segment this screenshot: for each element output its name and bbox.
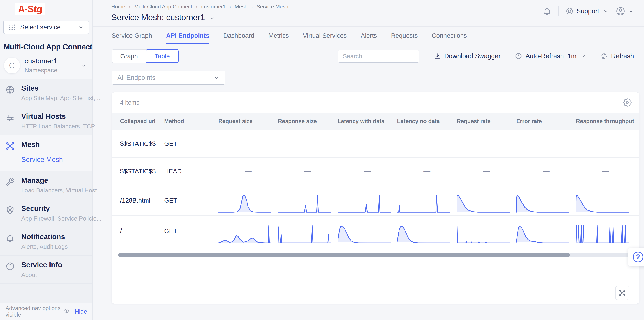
question-mark-icon: ? [633, 252, 643, 262]
breadcrumb-item-home[interactable]: Home [111, 4, 125, 10]
endpoint-filter-dropdown[interactable]: All Endpoints [112, 70, 226, 85]
sidebar: A-Stg Select service Multi-Cloud App Con… [0, 0, 93, 320]
search-input[interactable] [338, 50, 419, 63]
page-header: Home›Multi-Cloud App Connect›customer1›M… [93, 0, 644, 26]
column-header-response-size[interactable]: Response size [278, 113, 338, 130]
cell-collapsed-url: / [112, 227, 164, 235]
auto-refresh-dropdown[interactable]: Auto-Refresh: 1m [515, 52, 586, 60]
breadcrumb-item-customer1[interactable]: customer1 [201, 4, 226, 10]
sidebar-item-security[interactable]: SecurityApp Firewall, Service Policie... [0, 199, 92, 227]
breadcrumb-item-service-mesh[interactable]: Service Mesh [256, 4, 288, 10]
column-header-request-size[interactable]: Request size [218, 113, 278, 130]
shield-icon [6, 205, 15, 215]
view-toggle-table[interactable]: Table [146, 49, 178, 63]
sidebar-item-service-info[interactable]: Service InfoAbout [0, 255, 92, 283]
tab-virtual-services[interactable]: Virtual Services [303, 32, 347, 44]
sidebar-item-sites[interactable]: SitesApp Site Map, App Site List, ... [0, 78, 92, 107]
sidebar-item-texts: Service InfoAbout [21, 261, 62, 278]
table-row[interactable]: /128B.htmlGET [112, 185, 639, 216]
main-area: Home›Multi-Cloud App Connect›customer1›M… [93, 0, 644, 320]
refresh-button[interactable]: Refresh [600, 52, 634, 60]
cell-request-rate: — [457, 158, 516, 185]
help-button[interactable]: ? [628, 248, 644, 266]
cell-request-size [218, 216, 278, 246]
sparkline-error-rate [516, 225, 570, 244]
gear-icon[interactable] [623, 98, 632, 107]
sidebar-item-title: Service Info [21, 261, 62, 269]
tab-api-endpoints[interactable]: API Endpoints [166, 32, 209, 44]
page-title-row: Service Mesh: customer1 [111, 12, 543, 22]
sparkline-latency-with-data [338, 194, 391, 213]
sidebar-item-virtual-hosts[interactable]: Virtual HostsHTTP Load Balancers, TCP ..… [0, 107, 92, 135]
sparkline-latency-no-data [397, 194, 450, 213]
sidebar-footer: Advanced nav options visible Hide [0, 303, 92, 320]
tab-service-graph[interactable]: Service Graph [112, 32, 152, 44]
endpoint-filter-label: All Endpoints [118, 74, 213, 81]
tab-requests[interactable]: Requests [391, 32, 418, 44]
cell-request-rate: — [457, 130, 516, 157]
support-menu[interactable]: Support [566, 7, 608, 15]
cell-latency-with-data [338, 216, 397, 246]
empty-value: — [364, 140, 371, 148]
hide-nav-link[interactable]: Hide [75, 308, 87, 315]
view-toggle-graph[interactable]: Graph [112, 50, 146, 63]
tab-alerts[interactable]: Alerts [361, 32, 377, 44]
notifications-bell-icon[interactable] [543, 7, 552, 15]
column-header-request-rate[interactable]: Request rate [457, 113, 516, 130]
tab-dashboard[interactable]: Dashboard [224, 32, 254, 44]
breadcrumb-item-multi-cloud-app-connect[interactable]: Multi-Cloud App Connect [134, 4, 192, 10]
sidebar-item-mesh[interactable]: MeshService Mesh [0, 135, 92, 171]
column-header-collapsed-url[interactable]: Collapsed url [112, 113, 164, 130]
account-menu[interactable] [616, 6, 634, 16]
cell-response-size: — [278, 158, 338, 185]
download-icon [434, 52, 441, 60]
brand-logo: A-Stg [15, 3, 45, 15]
column-header-latency-with-data[interactable]: Latency with data [338, 113, 397, 130]
empty-value: — [602, 167, 609, 175]
empty-value: — [245, 140, 252, 148]
sidebar-item-manage[interactable]: ManageLoad Balancers, Virtual Host... [0, 171, 92, 199]
download-swagger-label: Download Swagger [444, 52, 500, 60]
fullscreen-mesh-button[interactable] [615, 286, 629, 300]
cell-response-size [278, 185, 338, 216]
refresh-label: Refresh [611, 52, 634, 60]
sparkline-latency-with-data [338, 225, 391, 244]
sparkline-request-rate [457, 194, 510, 213]
tab-metrics[interactable]: Metrics [268, 32, 289, 44]
tab-connections[interactable]: Connections [432, 32, 467, 44]
page-title: Service Mesh: customer1 [111, 12, 205, 22]
column-header-response-throughput[interactable]: Response throughput [576, 113, 636, 130]
sparkline-latency-no-data [397, 225, 450, 244]
wrench-icon [6, 177, 15, 187]
cell-collapsed-url: $$STATIC$$ [112, 140, 164, 147]
title-chevron-down-icon[interactable] [209, 15, 216, 21]
cell-latency-with-data [338, 185, 397, 216]
table-row[interactable]: /GET [112, 216, 639, 246]
namespace-name: customer1 [24, 57, 76, 65]
sidebar-item-texts: NotificationsAlerts, Audit Logs [21, 233, 68, 250]
support-label: Support [576, 7, 599, 15]
cell-collapsed-url: $$STATIC$$ [112, 168, 164, 175]
horizontal-scrollbar[interactable] [118, 253, 632, 257]
sidebar-item-texts: ManageLoad Balancers, Virtual Host... [21, 176, 102, 194]
table-row[interactable]: $$STATIC$$GET——————— [112, 130, 639, 157]
advanced-nav-text: Advanced nav options visible [6, 305, 61, 318]
cell-response-throughput [576, 216, 636, 246]
namespace-avatar: C [4, 57, 20, 73]
scrollbar-thumb[interactable] [118, 253, 570, 257]
sidebar-sublink-service-mesh[interactable]: Service Mesh [21, 156, 63, 164]
select-service-dropdown[interactable]: Select service [3, 20, 89, 34]
namespace-selector[interactable]: C customer1 Namespace [0, 57, 92, 78]
sparkline-response-throughput [576, 194, 629, 213]
view-toggle: Graph Table [112, 49, 178, 63]
table-row[interactable]: $$STATIC$$HEAD——————— [112, 157, 639, 185]
column-header-latency-no-data[interactable]: Latency no data [397, 113, 457, 130]
chevron-down-icon [78, 24, 84, 30]
column-header-method[interactable]: Method [164, 113, 218, 130]
items-count: 4 items [120, 99, 623, 106]
column-header-error-rate[interactable]: Error rate [516, 113, 576, 130]
breadcrumb-item-mesh[interactable]: Mesh [235, 4, 248, 10]
download-swagger-button[interactable]: Download Swagger [434, 52, 500, 60]
sidebar-item-notifications[interactable]: NotificationsAlerts, Audit Logs [0, 227, 92, 255]
namespace-label: Namespace [24, 67, 76, 74]
